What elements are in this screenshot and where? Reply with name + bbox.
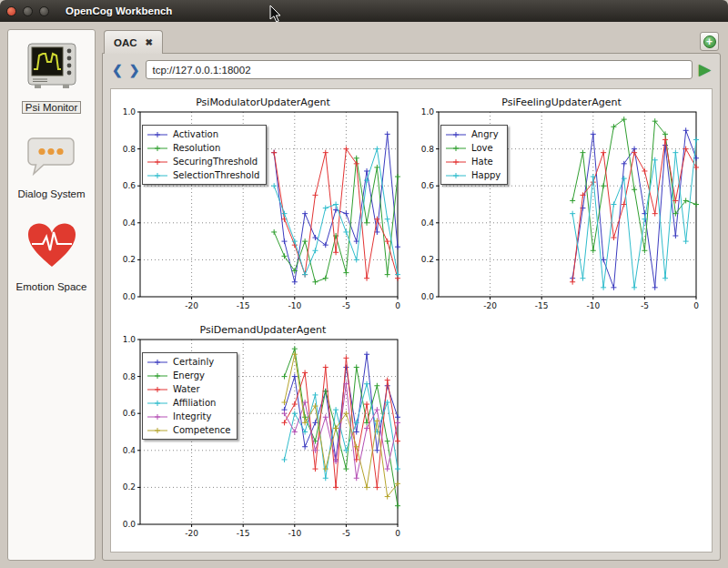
legend-line-marker-icon [147,130,168,139]
legend-entry: Integrity [147,410,230,423]
sidebar-item-label: Psi Monitor [22,101,82,114]
go-icon[interactable]: ▶ [699,62,711,77]
sidebar-item-label: Emotion Space [16,281,87,292]
sidebar-item-psi-monitor[interactable]: Psi Monitor [22,43,82,123]
tab-oac[interactable]: OAC ✖ [104,30,163,54]
legend-entry: Certainly [147,355,230,369]
plus-icon: + [703,36,716,48]
svg-text:0.2: 0.2 [123,255,136,264]
legend-entry: Activation [147,127,259,141]
chart-title: PsiFeelingUpdaterAgent [414,94,709,108]
forward-icon[interactable]: ❯ [129,63,140,77]
legend-label: Resolution [173,143,220,153]
sidebar: Psi Monitor Dialog System Emotion Space [7,29,96,561]
svg-text:-20: -20 [185,301,198,310]
svg-text:0: 0 [693,301,699,310]
legend-label: SelectionThreshold [173,170,259,180]
heart-icon [25,221,78,270]
back-icon[interactable]: ❮ [112,63,123,77]
oscilloscope-icon [27,43,76,90]
chart-psi-demand: PsiDemandUpdaterAgent -20-15-10-500.00.2… [116,321,410,545]
window-body: Psi Monitor Dialog System Emotion Space [0,22,728,568]
svg-text:-20: -20 [185,529,198,538]
legend-entry: Love [445,141,500,155]
svg-text:0: 0 [395,529,400,538]
legend-psi-modulator: ActivationResolutionSecuringThresholdSel… [142,125,267,185]
chart-psi-modulator: PsiModulatorUpdaterAgent -20-15-10-500.0… [116,94,410,318]
svg-text:-5: -5 [342,529,350,538]
legend-line-marker-icon [445,171,467,180]
empty-cell [414,321,709,545]
chart-title: PsiModulatorUpdaterAgent [116,94,410,108]
legend-entry: Water [147,382,230,396]
svg-text:0.8: 0.8 [123,145,136,154]
sidebar-item-emotion-space[interactable]: Emotion Space [16,221,87,301]
svg-text:0.4: 0.4 [123,218,136,228]
speech-bubble-icon [26,136,76,178]
legend-line-marker-icon [147,144,168,153]
legend-label: Certainly [173,357,214,367]
add-tab-button[interactable]: + [700,32,719,51]
tab-close-icon[interactable]: ✖ [146,37,153,47]
svg-text:0: 0 [395,301,400,310]
app-window: OpenCog Workbench Psi Monitor [0,0,728,568]
svg-text:0.6: 0.6 [421,181,435,190]
legend-line-marker-icon [445,144,467,153]
svg-text:0.0: 0.0 [123,520,136,529]
svg-text:-15: -15 [535,301,549,310]
tab-label: OAC [114,37,137,48]
legend-entry: Competence [147,423,230,437]
legend-entry: Hate [445,155,500,168]
svg-text:0.6: 0.6 [123,181,136,190]
legend-label: Energy [173,370,205,380]
window-maximize-button[interactable] [39,6,49,16]
svg-text:-10: -10 [586,301,600,310]
oac-panel: ❮ ❯ ▶ PsiModulatorUpdaterAgent -20-15-10… [102,53,721,561]
window-close-button[interactable] [6,6,16,16]
legend-line-marker-icon [147,412,168,421]
svg-text:-10: -10 [288,529,301,538]
legend-label: Water [173,384,200,394]
legend-entry: Affiliation [147,396,230,410]
legend-psi-demand: CertainlyEnergyWaterAffiliationIntegrity… [142,352,238,440]
tab-bar: OAC ✖ + [102,29,721,53]
legend-entry: Happy [445,168,500,182]
sidebar-item-label: Dialog System [17,188,85,199]
legend-line-marker-icon [147,385,168,394]
charts-area: PsiModulatorUpdaterAgent -20-15-10-500.0… [110,88,713,553]
mouse-cursor [269,5,281,23]
titlebar: OpenCog Workbench [0,0,728,22]
legend-entry: Energy [147,369,230,382]
svg-text:1.0: 1.0 [421,108,435,117]
chart-title: PsiDemandUpdaterAgent [116,321,410,336]
window-minimize-button[interactable] [23,6,33,16]
address-input[interactable] [146,60,692,79]
sidebar-item-dialog-system[interactable]: Dialog System [17,136,85,208]
legend-label: Affiliation [173,398,216,408]
legend-line-marker-icon [147,399,168,408]
legend-line-marker-icon [445,130,467,139]
svg-text:0.6: 0.6 [123,409,136,418]
legend-line-marker-icon [147,371,168,380]
legend-entry: SecuringThreshold [147,155,259,168]
legend-line-marker-icon [147,157,168,167]
legend-entry: Resolution [147,141,259,155]
svg-text:-10: -10 [288,301,301,310]
legend-label: Hate [471,157,493,167]
address-toolbar: ❮ ❯ ▶ [103,54,720,84]
legend-label: SecuringThreshold [173,157,258,167]
legend-label: Angry [471,129,499,139]
legend-label: Happy [471,170,500,180]
legend-line-marker-icon [147,171,168,180]
window-title: OpenCog Workbench [66,5,172,16]
svg-text:-20: -20 [483,301,497,310]
svg-text:-15: -15 [237,529,250,538]
svg-text:1.0: 1.0 [123,108,136,117]
legend-line-marker-icon [445,157,467,167]
svg-text:0.0: 0.0 [123,292,136,301]
main-area: OAC ✖ + ❮ ❯ ▶ PsiModulatorUpdaterAgent [102,29,721,561]
legend-psi-feeling: AngryLoveHateHappy [440,125,508,185]
svg-text:0.4: 0.4 [123,446,136,455]
legend-label: Activation [173,129,218,139]
svg-text:0.2: 0.2 [123,482,136,492]
